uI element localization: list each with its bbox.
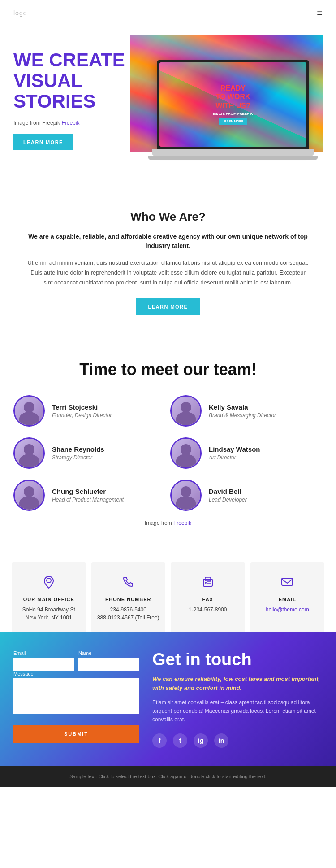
linkedin-icon[interactable]: in: [214, 733, 228, 748]
twitter-icon[interactable]: t: [173, 733, 187, 748]
email-title: EMAIL: [256, 597, 319, 602]
message-row: Message: [13, 671, 139, 716]
contact-form: Email Name Message SUBMIT: [13, 650, 139, 747]
who-body-text: Ut enim ad minim veniam, quis nostrud ex…: [27, 258, 309, 288]
name-label: Name: [78, 650, 139, 656]
contact-card-office: OUR MAIN OFFICE SoHo 94 Broadway StNew Y…: [12, 562, 86, 632]
member-name: Lindsay Watson: [209, 445, 323, 453]
member-name: Chung Schlueter: [52, 488, 166, 495]
hero-right: READY TO WORK WITH US? Image from Freepi…: [130, 35, 323, 165]
message-textarea[interactable]: [13, 678, 139, 714]
laptop-base: [152, 149, 314, 156]
avatar-chung: [13, 480, 45, 511]
social-icons: f t ig in: [152, 733, 323, 748]
member-role: Lead Developer: [209, 497, 323, 503]
laptop-screen-inner: READY TO WORK WITH US? Image from Freepi…: [159, 62, 306, 147]
email-icon: [256, 575, 319, 592]
get-in-touch-title: Get in touch: [152, 650, 323, 669]
team-grid: Terri Stojceski Founder, Design Director…: [13, 395, 323, 511]
laptop-screen-outer: READY TO WORK WITH US? Image from Freepi…: [157, 60, 309, 149]
team-member-kelly: Kelly Savala Brand & Messaging Director: [170, 395, 323, 427]
name-col: Name: [78, 650, 139, 671]
name-input[interactable]: [78, 658, 139, 671]
facebook-icon[interactable]: f: [152, 733, 167, 748]
member-role: Brand & Messaging Director: [209, 412, 323, 419]
laptop-overlay-text: READY TO WORK WITH US? Image from Freepi…: [213, 84, 253, 125]
team-member-terri: Terri Stojceski Founder, Design Director: [13, 395, 166, 427]
submit-button[interactable]: SUBMIT: [13, 725, 139, 743]
avatar-kelly: [170, 395, 202, 427]
message-label: Message: [13, 671, 139, 676]
member-role: Head of Product Management: [52, 497, 166, 503]
hero-title: WE CREATE VISUAL STORIES: [13, 50, 130, 112]
team-member-shane: Shane Reynolds Strategy Director: [13, 437, 166, 469]
avatar-david: [170, 480, 202, 511]
member-role: Art Director: [209, 454, 323, 461]
get-in-touch-body: Etiam sit amet convallis erat – class ap…: [152, 698, 323, 724]
avatar-terri: [13, 395, 45, 427]
member-name: Shane Reynolds: [52, 445, 166, 453]
contact-card-phone: PHONE NUMBER 234-9876-5400888-0123-4567 …: [91, 562, 166, 632]
contact-card-fax: FAX 1-234-567-8900: [171, 562, 245, 632]
email-value: hello@theme.com: [256, 606, 319, 614]
member-name: David Bell: [209, 488, 323, 495]
who-title: Who We Are?: [27, 210, 309, 224]
svg-rect-6: [282, 578, 293, 585]
office-title: OUR MAIN OFFICE: [17, 597, 81, 602]
contact-cards: OUR MAIN OFFICE SoHo 94 Broadway StNew Y…: [0, 562, 336, 632]
who-we-are-section: Who We Are? We are a capable, reliable, …: [0, 183, 336, 338]
fax-value: 1-234-567-8900: [176, 606, 240, 614]
laptop-mockup: READY TO WORK WITH US? Image from Freepi…: [148, 60, 318, 165]
hero-section: WE CREATE VISUAL STORIES Image from Free…: [0, 26, 336, 183]
navbar: logo ≡: [0, 0, 336, 26]
team-member-chung: Chung Schlueter Head of Product Manageme…: [13, 480, 166, 511]
phone-title: PHONE NUMBER: [97, 597, 160, 602]
avatar-lindsay: [170, 437, 202, 469]
svg-point-3: [205, 582, 207, 584]
get-in-touch-subtitle: We can ensure reliability, low cost fare…: [152, 675, 323, 692]
member-name: Terri Stojceski: [52, 403, 166, 411]
get-in-touch-info: Get in touch We can ensure reliability, …: [152, 650, 323, 747]
footer-text: Sample text. Click to select the text bo…: [69, 774, 267, 779]
team-image-credit: Image from Freepik: [13, 520, 323, 526]
email-label: Email: [13, 650, 74, 656]
office-value: SoHo 94 Broadway StNew York, NY 1001: [17, 606, 81, 622]
email-input[interactable]: [13, 658, 74, 671]
phone-value: 234-9876-5400888-0123-4567 (Toll Free): [97, 606, 160, 622]
member-role: Strategy Director: [52, 454, 166, 461]
team-section: Time to meet our team! Terri Stojceski F…: [0, 338, 336, 544]
phone-icon: [97, 575, 160, 592]
who-learn-more-button[interactable]: LEARN MORE: [136, 298, 201, 315]
get-in-touch-section: Email Name Message SUBMIT Get in touch W…: [0, 632, 336, 765]
team-member-lindsay: Lindsay Watson Art Director: [170, 437, 323, 469]
hero-subtitle: Image from Freepik Freepik: [13, 120, 130, 126]
member-name: Kelly Savala: [209, 403, 323, 411]
hero-left: WE CREATE VISUAL STORIES Image from Free…: [13, 50, 130, 151]
form-top-row: Email Name: [13, 650, 139, 671]
who-bold-text: We are a capable, reliable, and affordab…: [27, 232, 309, 251]
team-member-david: David Bell Lead Developer: [170, 480, 323, 511]
team-title: Time to meet our team!: [13, 360, 323, 379]
fax-title: FAX: [176, 597, 240, 602]
fax-icon: [176, 575, 240, 592]
laptop-bottom: [148, 156, 318, 160]
logo: logo: [13, 9, 27, 17]
member-role: Founder, Design Director: [52, 412, 166, 419]
svg-point-0: [47, 578, 51, 583]
hero-learn-more-button[interactable]: LEARN MORE: [13, 134, 73, 150]
footer: Sample text. Click to select the text bo…: [0, 766, 336, 787]
instagram-icon[interactable]: ig: [194, 733, 208, 748]
office-location-icon: [17, 575, 81, 592]
contact-card-email: EMAIL hello@theme.com: [250, 562, 325, 632]
avatar-shane: [13, 437, 45, 469]
email-col: Email: [13, 650, 74, 671]
contact-section: OUR MAIN OFFICE SoHo 94 Broadway StNew Y…: [0, 544, 336, 765]
hamburger-icon[interactable]: ≡: [317, 7, 323, 19]
